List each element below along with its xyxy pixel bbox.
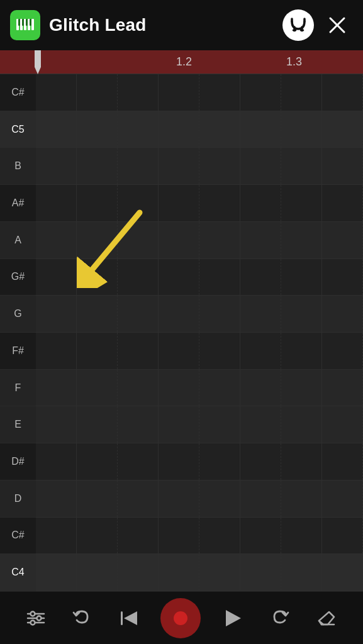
grid-cell[interactable] xyxy=(322,518,363,554)
grid-cell[interactable] xyxy=(199,554,240,591)
grid-cell[interactable] xyxy=(240,333,281,369)
grid-cell[interactable] xyxy=(199,333,240,369)
grid-cell[interactable] xyxy=(199,406,240,443)
grid-cell[interactable] xyxy=(159,259,199,296)
grid-cell[interactable] xyxy=(118,74,159,111)
grid-cell[interactable] xyxy=(240,406,281,443)
grid-cell[interactable] xyxy=(118,259,159,296)
grid-cell[interactable] xyxy=(240,222,281,258)
grid-cell[interactable] xyxy=(199,480,240,517)
grid-cell[interactable] xyxy=(322,554,363,591)
grid-cell[interactable] xyxy=(159,111,199,148)
grid-cell[interactable] xyxy=(36,111,77,148)
grid-cell[interactable] xyxy=(281,406,322,443)
grid-cell[interactable] xyxy=(199,296,240,332)
main-grid[interactable] xyxy=(36,74,363,591)
grid-cell[interactable] xyxy=(281,185,322,221)
grid-cell[interactable] xyxy=(77,74,118,111)
grid-cell[interactable] xyxy=(240,518,281,554)
grid-cell[interactable] xyxy=(159,480,199,517)
grid-cell[interactable] xyxy=(118,148,159,184)
erase-button[interactable] xyxy=(310,602,343,635)
grid-cell[interactable] xyxy=(77,259,118,296)
grid-cell[interactable] xyxy=(240,111,281,148)
grid-cell[interactable] xyxy=(322,443,363,480)
grid-cell[interactable] xyxy=(77,333,118,369)
grid-cell[interactable] xyxy=(118,480,159,517)
grid-cell[interactable] xyxy=(118,370,159,406)
grid-cell[interactable] xyxy=(36,518,77,554)
grid-cell[interactable] xyxy=(36,406,77,443)
settings-button[interactable] xyxy=(20,602,52,634)
grid-cell[interactable] xyxy=(36,222,77,258)
grid-cell[interactable] xyxy=(322,406,363,443)
grid-cell[interactable] xyxy=(118,518,159,554)
grid-cell[interactable] xyxy=(199,111,240,148)
grid-cell[interactable] xyxy=(118,185,159,221)
grid-cell[interactable] xyxy=(118,406,159,443)
grid-cell[interactable] xyxy=(159,554,199,591)
grid-cell[interactable] xyxy=(240,74,281,111)
grid-cell[interactable] xyxy=(199,185,240,221)
grid-cell[interactable] xyxy=(159,370,199,406)
grid-cell[interactable] xyxy=(77,518,118,554)
grid-cell[interactable] xyxy=(36,74,77,111)
grid-cell[interactable] xyxy=(199,370,240,406)
grid-cell[interactable] xyxy=(281,480,322,517)
grid-cell[interactable] xyxy=(159,74,199,111)
close-button[interactable] xyxy=(321,9,353,41)
grid-cell[interactable] xyxy=(159,148,199,184)
rewind-button[interactable] xyxy=(112,601,146,635)
redo-button[interactable] xyxy=(264,602,296,634)
grid-cell[interactable] xyxy=(240,554,281,591)
grid-cell[interactable] xyxy=(159,406,199,443)
grid-cell[interactable] xyxy=(322,333,363,369)
grid-cell[interactable] xyxy=(36,148,77,184)
grid-cell[interactable] xyxy=(77,222,118,258)
grid-cell[interactable] xyxy=(159,296,199,332)
grid-cell[interactable] xyxy=(199,222,240,258)
grid-cell[interactable] xyxy=(281,222,322,258)
grid-cell[interactable] xyxy=(281,443,322,480)
grid-cell[interactable] xyxy=(36,185,77,221)
grid-cell[interactable] xyxy=(77,480,118,517)
grid-cell[interactable] xyxy=(240,296,281,332)
grid-cell[interactable] xyxy=(240,185,281,221)
grid-cell[interactable] xyxy=(77,185,118,221)
grid-cell[interactable] xyxy=(77,148,118,184)
grid-cell[interactable] xyxy=(77,111,118,148)
grid-cell[interactable] xyxy=(159,333,199,369)
grid-cell[interactable] xyxy=(281,111,322,148)
grid-cell[interactable] xyxy=(240,259,281,296)
grid-cell[interactable] xyxy=(199,74,240,111)
grid-cell[interactable] xyxy=(118,333,159,369)
grid-cell[interactable] xyxy=(77,370,118,406)
grid-cell[interactable] xyxy=(240,148,281,184)
grid-cell[interactable] xyxy=(118,296,159,332)
grid-cell[interactable] xyxy=(240,443,281,480)
grid-cell[interactable] xyxy=(281,333,322,369)
grid-cell[interactable] xyxy=(322,185,363,221)
grid-cell[interactable] xyxy=(36,333,77,369)
grid-cell[interactable] xyxy=(199,148,240,184)
play-button[interactable] xyxy=(216,601,250,635)
grid-cell[interactable] xyxy=(281,74,322,111)
grid-cell[interactable] xyxy=(36,443,77,480)
grid-cell[interactable] xyxy=(281,148,322,184)
grid-cell[interactable] xyxy=(281,554,322,591)
grid-cell[interactable] xyxy=(118,222,159,258)
grid-cell[interactable] xyxy=(159,443,199,480)
record-button[interactable] xyxy=(160,598,201,638)
grid-cell[interactable] xyxy=(281,518,322,554)
grid-cell[interactable] xyxy=(159,518,199,554)
grid-cell[interactable] xyxy=(281,370,322,406)
grid-cell[interactable] xyxy=(322,370,363,406)
timeline[interactable]: 1.2 1.3 xyxy=(0,50,363,74)
grid-cell[interactable] xyxy=(199,518,240,554)
grid-cell[interactable] xyxy=(36,370,77,406)
grid-cell[interactable] xyxy=(281,296,322,332)
grid-cell[interactable] xyxy=(77,296,118,332)
grid-cell[interactable] xyxy=(322,296,363,332)
grid-cell[interactable] xyxy=(240,370,281,406)
grid-cell[interactable] xyxy=(36,480,77,517)
